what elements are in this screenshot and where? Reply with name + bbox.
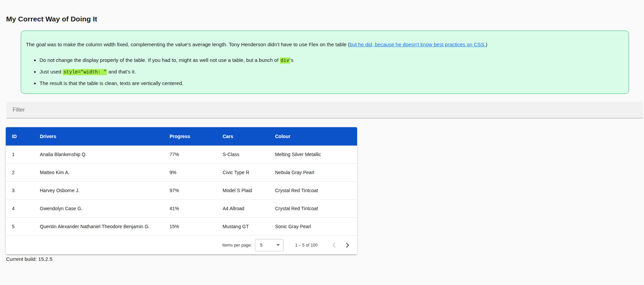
table-row: 2 Matteo Kim A. 9% Civic Type R Nebula G… — [6, 164, 357, 182]
info-box-intro: The goal was to make the column width fi… — [26, 41, 621, 48]
chevron-down-icon — [276, 244, 280, 246]
previous-page-button[interactable] — [327, 238, 341, 252]
cell-progress: 77% — [170, 152, 223, 157]
cell-car: Civic Type R — [223, 170, 275, 175]
page-size-select[interactable]: 5 — [255, 239, 284, 251]
cell-driver: Quentin Alexander Nathaniel Theodore Ben… — [40, 224, 170, 229]
cell-car: S-Class — [223, 152, 275, 157]
cell-id: 2 — [6, 170, 40, 175]
cell-colour: Crystal Red Tintcoat — [275, 206, 357, 211]
info-box-bullet-list: Do not change the display properly of th… — [26, 57, 621, 87]
cell-driver: Analia Blankenship Q. — [40, 152, 170, 157]
cell-colour: Crystal Red Tintcoat — [275, 188, 357, 193]
cell-id: 5 — [6, 224, 40, 229]
items-per-page-label: Items per page: — [222, 243, 252, 248]
best-practices-link[interactable]: but he did, because he doesn't know best… — [350, 41, 486, 47]
info-box: The goal was to make the column width fi… — [21, 31, 629, 94]
next-page-button[interactable] — [341, 238, 354, 252]
bullet-text: and that's it. — [107, 69, 136, 74]
column-header-drivers: Drivers — [40, 134, 170, 139]
intro-text-after-link: ) — [486, 41, 487, 47]
cell-driver: Matteo Kim A. — [40, 170, 170, 175]
bullet-text: The result is that the table is clean, t… — [39, 80, 183, 86]
current-build-label: Current build: 15.2.5 — [6, 256, 644, 262]
cell-driver: Gwendolyn Case G. — [40, 206, 170, 211]
cell-car: Model S Plaid — [223, 188, 275, 193]
bullet-item: Just used style="width: " and that's it. — [39, 68, 621, 76]
cell-id: 1 — [6, 152, 40, 157]
column-header-progress: Progress — [170, 134, 223, 139]
cell-progress: 97% — [170, 188, 223, 193]
cell-driver: Harvey Osborne J. — [40, 188, 170, 193]
table-row: 1 Analia Blankenship Q. 77% S-Class Melt… — [6, 146, 357, 164]
table-header-row: ID Drivers Progress Cars Colour — [6, 127, 357, 146]
filter-field[interactable] — [6, 102, 643, 118]
cell-progress: 15% — [170, 224, 223, 229]
cell-colour: Melting Silver Metallic — [275, 152, 357, 157]
filter-input[interactable] — [12, 106, 638, 113]
page-title: My Correct Way of Doing It — [6, 15, 644, 23]
cell-id: 3 — [6, 188, 40, 193]
cell-colour: Sonic Gray Pearl — [275, 224, 357, 229]
bullet-text: 's — [290, 57, 293, 63]
column-header-id: ID — [6, 134, 40, 139]
inline-code: div — [280, 57, 290, 64]
cell-progress: 41% — [170, 206, 223, 211]
inline-code: style="width: " — [63, 69, 107, 75]
column-header-cars: Cars — [223, 134, 275, 139]
cell-id: 4 — [6, 206, 40, 211]
bullet-item: Do not change the display properly of th… — [39, 57, 621, 64]
table-row: 4 Gwendolyn Case G. 41% A4 Allroad Cryst… — [6, 200, 357, 218]
table-row: 5 Quentin Alexander Nathaniel Theodore B… — [6, 218, 357, 236]
column-header-colour: Colour — [275, 134, 357, 139]
drivers-table: ID Drivers Progress Cars Colour 1 Analia… — [6, 127, 357, 254]
cell-progress: 9% — [170, 170, 223, 175]
cell-car: A4 Allroad — [223, 206, 275, 211]
table-row: 3 Harvey Osborne J. 97% Model S Plaid Cr… — [6, 182, 357, 200]
intro-text-before-link: The goal was to make the column width fi… — [26, 41, 350, 47]
page-size-value: 5 — [260, 242, 262, 248]
cell-colour: Nebula Gray Pearl — [275, 170, 357, 175]
paginator: Items per page: 5 1 – 5 of 100 — [6, 236, 357, 254]
bullet-item: The result is that the table is clean, t… — [39, 80, 621, 87]
bullet-text: Do not change the display properly of th… — [39, 57, 280, 63]
page-range-label: 1 – 5 of 100 — [295, 243, 318, 248]
chevron-right-icon — [343, 241, 352, 249]
chevron-left-icon — [330, 241, 338, 249]
cell-car: Mustang GT — [223, 224, 275, 229]
bullet-text: Just used — [39, 69, 63, 74]
